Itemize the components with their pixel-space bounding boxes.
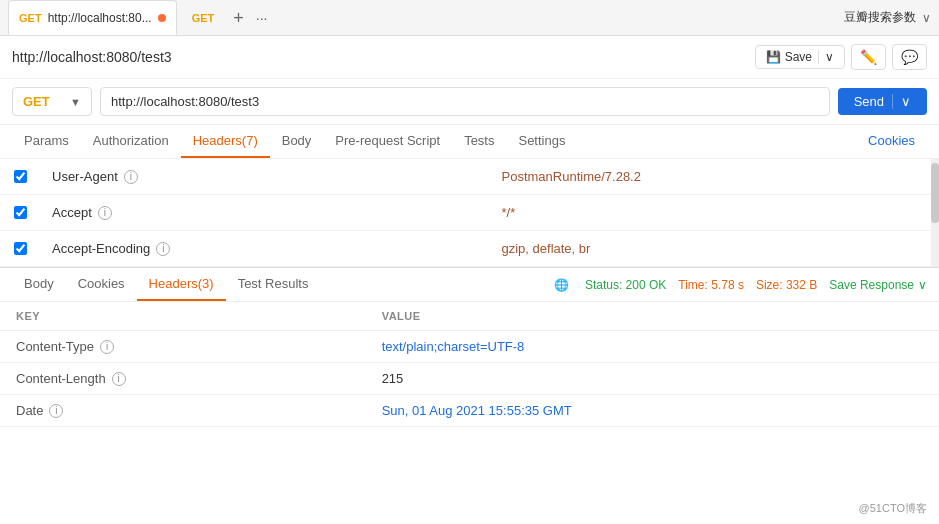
edit-button[interactable]: ✏️ — [851, 44, 886, 70]
header-key-2: Accept i — [40, 197, 490, 228]
request-headers-table: User-Agent i PostmanRuntime/7.28.2 Accep… — [0, 159, 939, 267]
save-button[interactable]: 💾 Save ∨ — [755, 45, 845, 69]
resp-info-icon-3[interactable]: i — [49, 404, 63, 418]
tab-search-label: 豆瓣搜索参数 — [844, 9, 916, 26]
resp-val-3: Sun, 01 Aug 2021 15:55:35 GMT — [366, 395, 939, 427]
status-time: Time: 5.78 s — [678, 278, 744, 292]
tab-tests[interactable]: Tests — [452, 125, 506, 158]
response-status-row: 🌐 Status: 200 OK Time: 5.78 s Size: 332 … — [554, 278, 927, 292]
method-value: GET — [23, 94, 50, 109]
resp-row-2: Content-Length i 215 — [0, 363, 939, 395]
col-value: VALUE — [366, 302, 939, 331]
url-input[interactable] — [100, 87, 830, 116]
resp-tab-cookies[interactable]: Cookies — [66, 268, 137, 301]
checkbox-3[interactable] — [0, 242, 40, 255]
tab-more-button[interactable]: ··· — [252, 10, 272, 26]
address-bar-section: http://localhost:8080/test3 💾 Save ∨ ✏️ … — [0, 36, 939, 79]
tab-right-actions: 豆瓣搜索参数 ∨ — [844, 9, 931, 26]
col-key: KEY — [0, 302, 366, 331]
address-actions: 💾 Save ∨ ✏️ 💬 — [755, 44, 927, 70]
resp-tab-body[interactable]: Body — [12, 268, 66, 301]
tab-body[interactable]: Body — [270, 125, 324, 158]
resp-info-icon-1[interactable]: i — [100, 340, 114, 354]
resp-row-3: Date i Sun, 01 Aug 2021 15:55:35 GMT — [0, 395, 939, 427]
globe-icon: 🌐 — [554, 278, 569, 292]
resp-tab-testresults[interactable]: Test Results — [226, 268, 321, 301]
header-row-3: Accept-Encoding i gzip, deflate, br — [0, 231, 939, 267]
tab-get-active[interactable]: GET http://localhost:80... — [8, 0, 177, 35]
header-row-1: User-Agent i PostmanRuntime/7.28.2 — [0, 159, 939, 195]
checkbox-input-3[interactable] — [14, 242, 27, 255]
response-headers-table: KEY VALUE Content-Type i text/plain;char… — [0, 302, 939, 427]
checkbox-input-2[interactable] — [14, 206, 27, 219]
request-tabs: Params Authorization Headers(7) Body Pre… — [0, 125, 939, 159]
status-size: Size: 332 B — [756, 278, 817, 292]
resp-tab-headers[interactable]: Headers(3) — [137, 268, 226, 301]
scrollbar-track — [931, 159, 939, 267]
tab-bar: GET http://localhost:80... GET + ··· 豆瓣搜… — [0, 0, 939, 36]
save-icon: 💾 — [766, 50, 781, 64]
resp-key-1: Content-Type i — [0, 331, 366, 363]
tab-search-chevron[interactable]: ∨ — [922, 11, 931, 25]
tab-authorization[interactable]: Authorization — [81, 125, 181, 158]
status-ok: Status: 200 OK — [585, 278, 666, 292]
header-key-1: User-Agent i — [40, 161, 490, 192]
request-bar: GET ▼ Send ∨ — [0, 79, 939, 125]
header-value-3: gzip, deflate, br — [490, 233, 940, 264]
watermark: @51CTO博客 — [859, 501, 927, 516]
tab-settings[interactable]: Settings — [506, 125, 577, 158]
header-row-2: Accept i */* — [0, 195, 939, 231]
method-chevron: ▼ — [70, 96, 81, 108]
address-title: http://localhost:8080/test3 — [12, 49, 172, 65]
info-icon-1[interactable]: i — [124, 170, 138, 184]
send-arrow[interactable]: ∨ — [892, 94, 911, 109]
send-label: Send — [854, 94, 884, 109]
scrollbar-thumb[interactable] — [931, 163, 939, 223]
checkbox-2[interactable] — [0, 206, 40, 219]
resp-val-2: 215 — [366, 363, 939, 395]
send-button[interactable]: Send ∨ — [838, 88, 927, 115]
info-icon-2[interactable]: i — [98, 206, 112, 220]
resp-row-1: Content-Type i text/plain;charset=UTF-8 — [0, 331, 939, 363]
tab-headers[interactable]: Headers(7) — [181, 125, 270, 158]
save-label: Save — [785, 50, 812, 64]
tab-cookies-link[interactable]: Cookies — [856, 125, 927, 158]
header-value-2: */* — [490, 197, 940, 228]
method-select[interactable]: GET ▼ — [12, 87, 92, 116]
resp-key-2: Content-Length i — [0, 363, 366, 395]
response-tabs-row: Body Cookies Headers(3) Test Results 🌐 S… — [0, 268, 939, 302]
save-arrow[interactable]: ∨ — [818, 50, 834, 64]
tab-dot-1 — [158, 14, 166, 22]
header-key-3: Accept-Encoding i — [40, 233, 490, 264]
tab-add-button[interactable]: + — [229, 9, 248, 27]
tab-params[interactable]: Params — [12, 125, 81, 158]
resp-val-1: text/plain;charset=UTF-8 — [366, 331, 939, 363]
resp-key-3: Date i — [0, 395, 366, 427]
checkbox-1[interactable] — [0, 170, 40, 183]
comment-button[interactable]: 💬 — [892, 44, 927, 70]
header-value-1: PostmanRuntime/7.28.2 — [490, 161, 940, 192]
save-response-button[interactable]: Save Response ∨ — [829, 278, 927, 292]
tab-get-2[interactable]: GET — [181, 0, 226, 35]
tab-url-1: http://localhost:80... — [48, 11, 152, 25]
info-icon-3[interactable]: i — [156, 242, 170, 256]
tab-method-2: GET — [192, 12, 215, 24]
checkbox-input-1[interactable] — [14, 170, 27, 183]
tab-prerequest[interactable]: Pre-request Script — [323, 125, 452, 158]
response-section: Body Cookies Headers(3) Test Results 🌐 S… — [0, 267, 939, 427]
resp-info-icon-2[interactable]: i — [112, 372, 126, 386]
tab-method-1: GET — [19, 12, 42, 24]
